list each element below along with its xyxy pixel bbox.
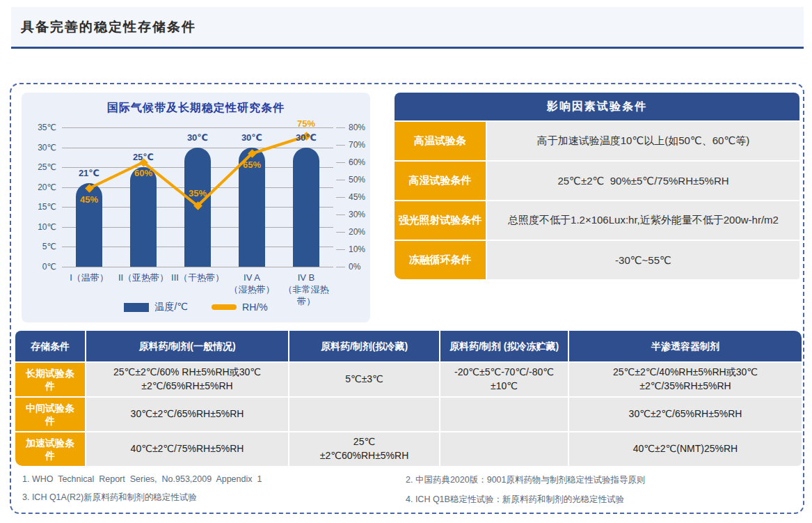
factors-table: 影响因素试验条件 高温试验条高于加速试验温度10℃以上(如50℃、60℃等)高湿… [395,93,799,281]
right-axis-tick [336,214,345,215]
factors-row: 强光照射试验条件总照度不低于1.2×106Lux:hr,近紫外能量不低于200w… [395,201,799,240]
footnote: 3. ICH Q1A(R2)新原料药和制剂的稳定性试验 [22,492,406,504]
factors-row-label: 冻融循环条件 [395,241,486,279]
footnotes: 1. WHO Technical Report Series, No.953,2… [22,474,789,506]
footnote: 4. ICH Q1B稳定性试验：新原料药和制剂的光稳定性试验 [406,494,789,506]
storage-row-label: 加速试验条件 [15,432,85,466]
factors-row-value: -30℃~55℃ [487,241,799,279]
right-axis-label: 70% [349,140,379,150]
right-axis-label: 60% [349,157,379,167]
factors-table-body: 高温试验条高于加速试验温度10℃以上(如50℃、60℃等)高湿试验条件25℃±2… [395,122,799,279]
chart-title: 国际气候带及长期稳定性研究条件 [22,101,370,116]
left-axis-label: 30℃ [24,143,56,153]
right-axis-tick [336,145,345,146]
storage-cell: 30℃±2℃/65%RH±5%RH [569,398,802,431]
factors-row-label: 强光照射试验条件 [395,201,486,240]
left-axis-label: 35℃ [24,123,56,132]
temp-bar-label: 21℃ [68,168,110,178]
storage-header-cell: 半渗透容器制剂 [569,331,802,361]
storage-cell: 40℃±2℃(NMT)25%RH [569,432,802,466]
right-axis-tick [336,127,345,128]
factors-row-label: 高湿试验条件 [395,162,486,200]
rh-point-label: 45% [70,194,109,205]
factors-row: 冻融循环条件-30℃~55℃ [395,241,799,279]
rh-point-label: 35% [178,188,217,198]
factors-row-value: 总照度不低于1.2×106Lux:hr,近紫外能量不低于200w-hr/m2 [487,201,799,240]
storage-cell: -20℃±5℃-70℃/-80℃ ±10℃ [440,363,568,396]
temp-bar-label: 30℃ [177,132,218,143]
right-axis-tick [336,249,345,250]
storage-row-label: 中间试验条件 [15,398,85,431]
legend-rh-label: RH/% [242,302,268,313]
factors-row-label: 高温试验条 [395,122,486,160]
storage-cell [440,432,568,466]
left-axis-label: 25℃ [24,162,56,172]
page: 具备完善的稳定性存储条件 国际气候带及长期稳定性研究条件 35℃30℃25℃20… [0,0,812,523]
factors-row: 高湿试验条件25℃±2℃ 90%±5℃/75%RH±5%RH [395,162,799,200]
footnotes-right-column: 2. 中国药典2020版：9001原料药物与制剂稳定性试验指导原则4. ICH … [406,474,789,506]
storage-cell: 5℃±3℃ [289,363,439,396]
right-axis-tick [336,232,345,233]
legend-temperature: 温度/℃ [124,301,188,313]
rh-point-label: 65% [232,159,271,170]
right-axis-label: 45% [349,192,379,202]
page-header: 具备完善的稳定性存储条件 [11,7,804,49]
factors-row-value: 高于加速试验温度10℃以上(如50℃、60℃等) [487,122,799,160]
factors-table-title: 影响因素试验条件 [395,93,799,120]
storage-cell: 40℃±2℃/75%RH±5%RH [86,432,288,466]
chart-legend: 温度/℃RH/% [22,301,370,313]
right-axis-label: 50% [349,175,379,185]
right-axis-tick [336,180,345,180]
right-axis-tick [336,162,345,163]
left-axis-label: 20℃ [24,182,56,192]
left-axis-label: 10℃ [24,222,56,232]
storage-cell [440,398,568,431]
footnote: 1. WHO Technical Report Series, No.953,2… [22,474,406,484]
footnotes-left-column: 1. WHO Technical Report Series, No.953,2… [22,474,406,506]
storage-cell: 30℃±2℃/65%RH±5%RH [86,398,288,431]
right-axis-label: 0% [349,262,379,272]
climate-chart-panel: 国际气候带及长期稳定性研究条件 35℃30℃25℃20℃15℃10℃5℃0℃80… [22,93,370,322]
left-axis-label: 15℃ [24,202,56,212]
storage-table: 存储条件原料药/制剂(一般情况)原料药/制剂(拟冷藏)原料药/制剂 (拟冷冻贮藏… [15,331,802,466]
storage-cell [289,398,439,431]
right-axis-label: 80% [349,123,379,132]
storage-cell: 25℃±2℃/60% RH±5%RH或30℃ ±2℃/65%RH±5%RH [86,363,288,396]
rh-point-label: 60% [124,168,163,178]
right-axis-tick [336,267,345,267]
gridline [62,267,333,267]
rh-point-label: 75% [287,118,326,129]
temp-bar-label: 30℃ [231,132,273,143]
left-axis-label: 0℃ [24,262,56,272]
right-axis-label: 20% [349,227,379,237]
factors-row: 高温试验条高于加速试验温度10℃以上(如50℃、60℃等) [395,122,799,160]
legend-bar-swatch [124,303,149,312]
right-axis-label: 30% [349,210,379,219]
factors-row-value: 25℃±2℃ 90%±5℃/75%RH±5%RH [487,162,799,200]
legend-line-swatch [212,304,237,310]
legend-rh: RH/% [212,302,268,313]
right-axis-label: 10% [349,244,379,254]
storage-header-cell: 原料药/制剂(拟冷藏) [289,331,439,361]
plot-area: 35℃30℃25℃20℃15℃10℃5℃0℃80%70%60%50%45%30%… [62,127,333,267]
storage-cell: 25℃ ±2℃60%RH±5%RH [289,432,439,466]
legend-temperature-label: 温度/℃ [154,301,188,313]
left-axis-label: 5℃ [24,242,56,251]
temp-bar-label: 30℃ [285,132,327,143]
footnote: 2. 中国药典2020版：9001原料药物与制剂稳定性试验指导原则 [406,474,789,486]
storage-cell: 25℃±2℃/40%RH±5%RH或30℃ ±2℃/35%RH±5%RH [569,363,802,396]
temp-bar-label: 25℃ [122,152,164,162]
storage-row-label: 长期试验条件 [15,363,85,396]
storage-header-cell: 原料药/制剂 (拟冷冻贮藏) [440,331,568,361]
content-card: 国际气候带及长期稳定性研究条件 35℃30℃25℃20℃15℃10℃5℃0℃80… [10,83,804,514]
storage-header-cell: 存储条件 [15,331,85,361]
storage-header-cell: 原料药/制剂(一般情况) [86,331,288,361]
page-title: 具备完善的稳定性存储条件 [21,18,196,36]
right-axis-tick [336,197,345,198]
